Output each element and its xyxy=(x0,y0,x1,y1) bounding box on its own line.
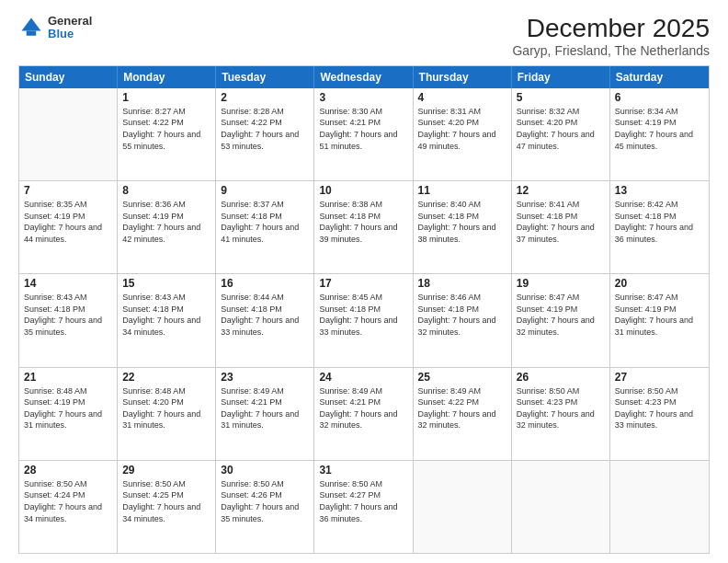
title-block: December 2025 Garyp, Friesland, The Neth… xyxy=(512,15,710,58)
day-info: Sunrise: 8:50 AMSunset: 4:25 PMDaylight:… xyxy=(122,478,210,524)
day-info: Sunrise: 8:49 AMSunset: 4:22 PMDaylight:… xyxy=(418,385,506,431)
day-number: 1 xyxy=(122,91,210,104)
logo-line2: Blue xyxy=(48,28,92,40)
logo-icon xyxy=(18,15,44,40)
page: General Blue December 2025 Garyp, Friesl… xyxy=(0,0,728,563)
day-number: 8 xyxy=(122,184,210,197)
day-number: 29 xyxy=(122,464,210,477)
day-number: 3 xyxy=(319,91,407,104)
calendar-cell: 10Sunrise: 8:38 AMSunset: 4:18 PMDayligh… xyxy=(314,181,413,273)
calendar-cell: 26Sunrise: 8:50 AMSunset: 4:23 PMDayligh… xyxy=(512,368,610,460)
calendar-cell: 7Sunrise: 8:35 AMSunset: 4:19 PMDaylight… xyxy=(19,181,118,273)
calendar-cell: 28Sunrise: 8:50 AMSunset: 4:24 PMDayligh… xyxy=(19,461,118,553)
weekday-header: Monday xyxy=(118,66,216,88)
day-info: Sunrise: 8:44 AMSunset: 4:18 PMDaylight:… xyxy=(221,292,309,338)
weekday-header: Sunday xyxy=(19,66,118,88)
calendar-cell: 21Sunrise: 8:48 AMSunset: 4:19 PMDayligh… xyxy=(19,368,118,460)
day-info: Sunrise: 8:43 AMSunset: 4:18 PMDaylight:… xyxy=(122,292,210,338)
day-info: Sunrise: 8:50 AMSunset: 4:26 PMDaylight:… xyxy=(221,478,309,524)
day-info: Sunrise: 8:49 AMSunset: 4:21 PMDaylight:… xyxy=(221,385,309,431)
day-info: Sunrise: 8:43 AMSunset: 4:18 PMDaylight:… xyxy=(24,292,112,338)
svg-marker-0 xyxy=(22,18,41,31)
calendar-week: 14Sunrise: 8:43 AMSunset: 4:18 PMDayligh… xyxy=(19,274,709,367)
weekday-header: Thursday xyxy=(414,66,512,88)
day-number: 16 xyxy=(221,277,309,290)
day-number: 26 xyxy=(517,371,605,384)
day-info: Sunrise: 8:48 AMSunset: 4:20 PMDaylight:… xyxy=(122,385,210,431)
calendar-header: SundayMondayTuesdayWednesdayThursdayFrid… xyxy=(19,66,709,88)
day-info: Sunrise: 8:27 AMSunset: 4:22 PMDaylight:… xyxy=(122,106,210,152)
day-info: Sunrise: 8:49 AMSunset: 4:21 PMDaylight:… xyxy=(319,385,407,431)
calendar-cell: 29Sunrise: 8:50 AMSunset: 4:25 PMDayligh… xyxy=(118,461,216,553)
calendar-cell xyxy=(610,461,709,553)
day-info: Sunrise: 8:45 AMSunset: 4:18 PMDaylight:… xyxy=(319,292,407,338)
day-info: Sunrise: 8:35 AMSunset: 4:19 PMDaylight:… xyxy=(24,199,112,245)
calendar-cell xyxy=(512,461,610,553)
logo: General Blue xyxy=(18,15,92,41)
calendar-cell: 24Sunrise: 8:49 AMSunset: 4:21 PMDayligh… xyxy=(314,368,413,460)
page-title: December 2025 xyxy=(512,15,710,43)
day-number: 15 xyxy=(122,277,210,290)
day-number: 11 xyxy=(418,184,506,197)
calendar-cell: 27Sunrise: 8:50 AMSunset: 4:23 PMDayligh… xyxy=(610,368,709,460)
day-number: 14 xyxy=(24,277,112,290)
calendar-cell: 16Sunrise: 8:44 AMSunset: 4:18 PMDayligh… xyxy=(216,274,314,366)
day-info: Sunrise: 8:50 AMSunset: 4:23 PMDaylight:… xyxy=(517,385,605,431)
day-info: Sunrise: 8:30 AMSunset: 4:21 PMDaylight:… xyxy=(319,106,407,152)
day-number: 10 xyxy=(319,184,407,197)
day-number: 18 xyxy=(418,277,506,290)
calendar-cell: 30Sunrise: 8:50 AMSunset: 4:26 PMDayligh… xyxy=(216,461,314,553)
calendar-cell: 18Sunrise: 8:46 AMSunset: 4:18 PMDayligh… xyxy=(414,274,512,366)
day-number: 23 xyxy=(221,371,309,384)
calendar-cell: 31Sunrise: 8:50 AMSunset: 4:27 PMDayligh… xyxy=(314,461,413,553)
day-number: 5 xyxy=(517,91,605,104)
day-info: Sunrise: 8:50 AMSunset: 4:27 PMDaylight:… xyxy=(319,478,407,524)
day-info: Sunrise: 8:42 AMSunset: 4:18 PMDaylight:… xyxy=(615,199,704,245)
calendar-cell xyxy=(19,88,118,180)
weekday-header: Saturday xyxy=(610,66,709,88)
day-info: Sunrise: 8:50 AMSunset: 4:23 PMDaylight:… xyxy=(615,385,704,431)
day-info: Sunrise: 8:28 AMSunset: 4:22 PMDaylight:… xyxy=(221,106,309,152)
day-info: Sunrise: 8:38 AMSunset: 4:18 PMDaylight:… xyxy=(319,199,407,245)
logo-line1: General xyxy=(48,15,92,28)
calendar-cell: 17Sunrise: 8:45 AMSunset: 4:18 PMDayligh… xyxy=(314,274,413,366)
day-info: Sunrise: 8:32 AMSunset: 4:20 PMDaylight:… xyxy=(517,106,605,152)
day-info: Sunrise: 8:48 AMSunset: 4:19 PMDaylight:… xyxy=(24,385,112,431)
header: General Blue December 2025 Garyp, Friesl… xyxy=(18,15,710,58)
day-number: 4 xyxy=(418,91,506,104)
day-number: 31 xyxy=(319,464,407,477)
day-info: Sunrise: 8:46 AMSunset: 4:18 PMDaylight:… xyxy=(418,292,506,338)
day-number: 9 xyxy=(221,184,309,197)
calendar-cell: 5Sunrise: 8:32 AMSunset: 4:20 PMDaylight… xyxy=(512,88,610,180)
calendar-week: 21Sunrise: 8:48 AMSunset: 4:19 PMDayligh… xyxy=(19,368,709,461)
day-info: Sunrise: 8:47 AMSunset: 4:19 PMDaylight:… xyxy=(615,292,704,338)
calendar-cell: 12Sunrise: 8:41 AMSunset: 4:18 PMDayligh… xyxy=(512,181,610,273)
logo-text: General Blue xyxy=(48,15,92,41)
calendar-cell: 25Sunrise: 8:49 AMSunset: 4:22 PMDayligh… xyxy=(414,368,512,460)
day-number: 20 xyxy=(615,277,704,290)
day-number: 6 xyxy=(615,91,704,104)
calendar-cell: 22Sunrise: 8:48 AMSunset: 4:20 PMDayligh… xyxy=(118,368,216,460)
calendar-cell: 15Sunrise: 8:43 AMSunset: 4:18 PMDayligh… xyxy=(118,274,216,366)
weekday-header: Friday xyxy=(512,66,610,88)
calendar-cell: 19Sunrise: 8:47 AMSunset: 4:19 PMDayligh… xyxy=(512,274,610,366)
day-number: 12 xyxy=(517,184,605,197)
day-number: 7 xyxy=(24,184,112,197)
day-number: 28 xyxy=(24,464,112,477)
day-number: 27 xyxy=(615,371,704,384)
day-info: Sunrise: 8:47 AMSunset: 4:19 PMDaylight:… xyxy=(517,292,605,338)
calendar-week: 7Sunrise: 8:35 AMSunset: 4:19 PMDaylight… xyxy=(19,181,709,274)
weekday-header: Tuesday xyxy=(216,66,314,88)
calendar-cell: 3Sunrise: 8:30 AMSunset: 4:21 PMDaylight… xyxy=(314,88,413,180)
day-info: Sunrise: 8:41 AMSunset: 4:18 PMDaylight:… xyxy=(517,199,605,245)
day-number: 21 xyxy=(24,371,112,384)
page-subtitle: Garyp, Friesland, The Netherlands xyxy=(512,43,710,58)
day-number: 30 xyxy=(221,464,309,477)
calendar-cell: 23Sunrise: 8:49 AMSunset: 4:21 PMDayligh… xyxy=(216,368,314,460)
day-number: 25 xyxy=(418,371,506,384)
calendar-cell xyxy=(414,461,512,553)
calendar-week: 28Sunrise: 8:50 AMSunset: 4:24 PMDayligh… xyxy=(19,461,709,553)
calendar-cell: 1Sunrise: 8:27 AMSunset: 4:22 PMDaylight… xyxy=(118,88,216,180)
calendar-cell: 11Sunrise: 8:40 AMSunset: 4:18 PMDayligh… xyxy=(414,181,512,273)
calendar: SundayMondayTuesdayWednesdayThursdayFrid… xyxy=(18,65,710,554)
